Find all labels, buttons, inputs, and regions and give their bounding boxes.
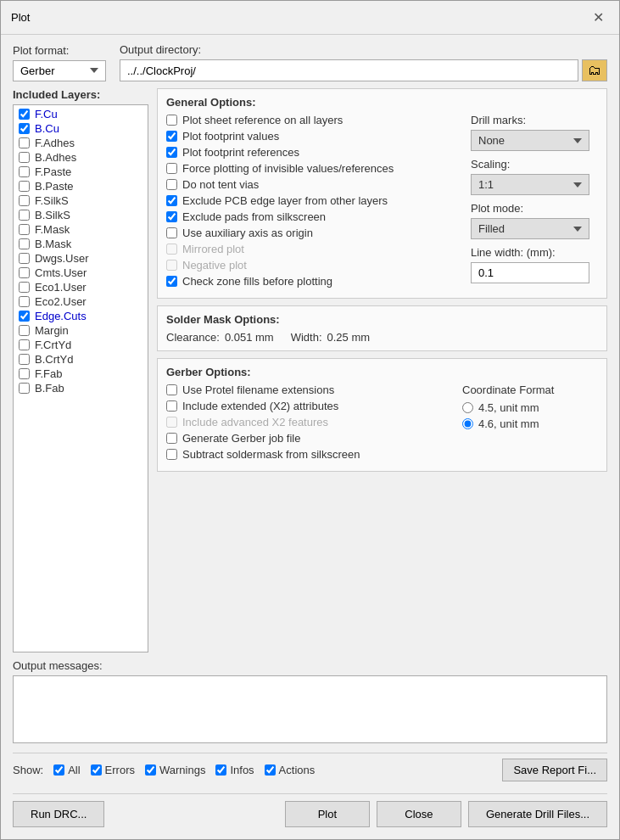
gerb_advanced-checkbox xyxy=(166,417,177,428)
scaling-select[interactable]: 1:1 1:2 2:1 xyxy=(471,174,589,195)
layer-name: B.SilkS xyxy=(35,209,70,221)
solder-mask-section: Solder Mask Options: Clearance: 0.051 mm… xyxy=(157,305,607,351)
opt_exclude_edge-label[interactable]: Exclude PCB edge layer from other layers xyxy=(182,194,388,207)
opt_exclude_pads-label[interactable]: Exclude pads from silkscreen xyxy=(182,210,326,223)
opt_zone_fills-label[interactable]: Check zone fills before plotting xyxy=(182,275,332,288)
show_warnings-checkbox[interactable] xyxy=(145,764,156,776)
opt_zone_fills-checkbox[interactable] xyxy=(166,276,177,287)
title-bar: Plot ✕ xyxy=(1,1,619,35)
gerb_protel-label[interactable]: Use Protel filename extensions xyxy=(182,384,334,396)
layer-item-bsilks[interactable]: B.SilkS xyxy=(14,208,148,222)
show_all-checkbox[interactable] xyxy=(53,764,64,776)
save-report-button[interactable]: Save Report Fi... xyxy=(502,759,607,781)
clearance-label: Clearance: xyxy=(166,331,220,344)
show_warnings-label[interactable]: Warnings xyxy=(159,764,205,776)
layer-item-margin[interactable]: Margin xyxy=(14,323,148,338)
opt_aux_axis-label[interactable]: Use auxiliary axis as origin xyxy=(182,227,313,239)
layer-item-eco2user[interactable]: Eco2.User xyxy=(14,294,148,309)
output-messages-box[interactable] xyxy=(13,675,607,743)
layer-item-bmask[interactable]: B.Mask xyxy=(14,237,148,251)
opt_aux_axis-checkbox[interactable] xyxy=(166,227,177,238)
run-drc-button[interactable]: Run DRC... xyxy=(13,801,104,827)
coord-format-title: Coordinate Format xyxy=(462,384,598,396)
show_actions-checkbox[interactable] xyxy=(265,764,276,776)
plot-button[interactable]: Plot xyxy=(285,801,370,827)
opt_exclude_pads-checkbox[interactable] xyxy=(166,211,177,222)
layer-item-fcrtyd[interactable]: F.CrtYd xyxy=(14,338,148,352)
show_all-label[interactable]: All xyxy=(68,764,80,776)
layer-item-fcu[interactable]: F.Cu xyxy=(14,107,148,121)
opt_fp_refs-label[interactable]: Plot footprint references xyxy=(182,146,299,159)
solder-mask-title: Solder Mask Options: xyxy=(166,313,598,326)
output-messages-label: Output messages: xyxy=(13,659,607,672)
layer-item-fadhes[interactable]: F.Adhes xyxy=(14,136,148,150)
gerb_subtract-label[interactable]: Subtract soldermask from silkscreen xyxy=(182,448,360,461)
layer-item-dwgsuser[interactable]: Dwgs.User xyxy=(14,251,148,266)
scaling-group: Scaling: 1:1 1:2 2:1 xyxy=(471,158,598,195)
layer-item-bcu[interactable]: B.Cu xyxy=(14,121,148,136)
layer-name: Edge.Cuts xyxy=(35,310,87,322)
layer-item-bpaste[interactable]: B.Paste xyxy=(14,179,148,193)
coord_45-radio[interactable] xyxy=(462,402,473,413)
opt_fp_values-checkbox[interactable] xyxy=(166,131,177,142)
plot-format-select[interactable]: Gerber PDF SVG DXF HPGL PS xyxy=(13,60,106,81)
gerb_job-label[interactable]: Generate Gerber job file xyxy=(182,432,300,445)
show_infos-label[interactable]: Infos xyxy=(230,764,254,776)
gerb_job-checkbox[interactable] xyxy=(166,433,177,444)
opt_sheet_ref-checkbox[interactable] xyxy=(166,115,177,126)
layer-name: Eco1.User xyxy=(35,281,87,294)
option-row-opt_mirrored: Mirrored plot xyxy=(166,243,462,255)
line-width-input[interactable] xyxy=(471,262,589,283)
coord-row-coord_45: 4.5, unit mm xyxy=(462,401,598,414)
coord_46-label[interactable]: 4.6, unit mm xyxy=(478,417,539,430)
generate-drill-button[interactable]: Generate Drill Files... xyxy=(468,801,607,827)
coord_46-radio[interactable] xyxy=(462,418,473,429)
layer-item-fsilks[interactable]: F.SilkS xyxy=(14,193,148,208)
dialog-title: Plot xyxy=(11,11,30,24)
layer-item-bfab[interactable]: B.Fab xyxy=(14,381,148,395)
option-row-opt_fp_values: Plot footprint values xyxy=(166,130,462,143)
opt_exclude_edge-checkbox[interactable] xyxy=(166,195,177,206)
opt_tent_vias-checkbox[interactable] xyxy=(166,179,177,190)
coord_45-label[interactable]: 4.5, unit mm xyxy=(478,401,539,414)
layer-name: B.Adhes xyxy=(35,151,76,164)
show_actions-label[interactable]: Actions xyxy=(279,764,316,776)
gerb_extended-label[interactable]: Include extended (X2) attributes xyxy=(182,400,338,412)
show_errors-label[interactable]: Errors xyxy=(105,764,135,776)
opt_fp_values-label[interactable]: Plot footprint values xyxy=(182,130,279,143)
show_infos-checkbox[interactable] xyxy=(215,764,226,776)
gerb_extended-checkbox[interactable] xyxy=(166,400,177,412)
layer-name: Cmts.User xyxy=(35,266,87,279)
layer-name: F.Paste xyxy=(35,165,71,178)
output-dir-input[interactable] xyxy=(120,59,578,81)
opt_tent_vias-label[interactable]: Do not tent vias xyxy=(182,178,259,191)
output-group: Output directory: 🗂 xyxy=(120,43,607,81)
opt_sheet_ref-label[interactable]: Plot sheet reference on all layers xyxy=(182,114,343,126)
layer-item-bcrtyd[interactable]: B.CrtYd xyxy=(14,352,148,367)
show-item-show_actions: Actions xyxy=(265,764,316,776)
drill-marks-select[interactable]: None Small Actual size xyxy=(471,130,589,151)
close-button[interactable]: ✕ xyxy=(588,8,609,27)
layer-item-ffab[interactable]: F.Fab xyxy=(14,367,148,381)
show_errors-checkbox[interactable] xyxy=(91,764,102,776)
close-dialog-button[interactable]: Close xyxy=(377,801,461,827)
plot-mode-select[interactable]: Filled Sketch xyxy=(471,218,589,239)
layer-item-fpaste[interactable]: F.Paste xyxy=(14,165,148,179)
plot-mode-group: Plot mode: Filled Sketch xyxy=(471,202,598,239)
layer-item-edgecuts[interactable]: Edge.Cuts xyxy=(14,309,148,323)
opt_fp_refs-checkbox[interactable] xyxy=(166,147,177,158)
opt_invisible-label[interactable]: Force plotting of invisible values/refer… xyxy=(182,162,394,175)
layers-panel: Included Layers: F.CuB.CuF.AdhesB.AdhesF… xyxy=(13,88,148,652)
layer-item-cmtsuser[interactable]: Cmts.User xyxy=(14,266,148,280)
layer-item-badhes[interactable]: B.Adhes xyxy=(14,150,148,165)
right-panel: General Options: Plot sheet reference on… xyxy=(157,88,607,652)
browse-button[interactable]: 🗂 xyxy=(582,59,607,81)
gerb_subtract-checkbox[interactable] xyxy=(166,449,177,460)
general-options-title: General Options: xyxy=(166,96,598,109)
opt_invisible-checkbox[interactable] xyxy=(166,163,177,174)
options-right: Drill marks: None Small Actual size Scal… xyxy=(471,114,598,291)
layer-item-fmask[interactable]: F.Mask xyxy=(14,222,148,237)
layer-item-eco1user[interactable]: Eco1.User xyxy=(14,280,148,294)
width-label: Width: xyxy=(291,331,322,344)
gerb_protel-checkbox[interactable] xyxy=(166,384,177,395)
